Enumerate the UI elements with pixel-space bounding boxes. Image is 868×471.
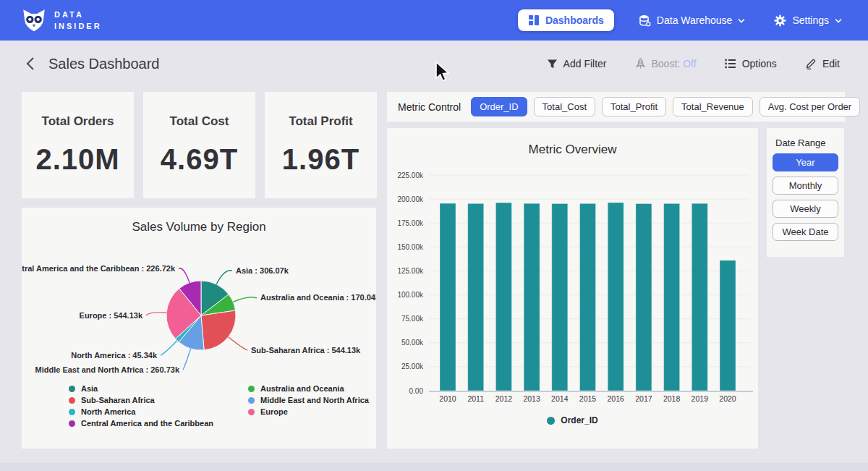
y-tick-label: 25.00k	[401, 362, 424, 370]
database-icon	[639, 14, 651, 27]
add-filter-label: Add Filter	[563, 58, 607, 69]
legend-item-middle-east-and-north-africa[interactable]: Middle East and North Africa	[248, 396, 369, 404]
x-tick-label: 2016	[608, 394, 625, 403]
kpi-value: 2.10M	[35, 143, 119, 176]
bar-2011[interactable]	[468, 203, 484, 391]
bar-2013[interactable]	[524, 203, 540, 391]
brand-logo: DATA INSIDER	[22, 8, 102, 33]
kpi-card-total-orders: Total Orders2.10M	[22, 92, 134, 198]
top-nav: DATA INSIDER Dashboards Data Warehouse	[0, 0, 868, 41]
bar-2010[interactable]	[440, 203, 456, 391]
bar-2019[interactable]	[692, 203, 707, 391]
edit-button[interactable]: Edit	[801, 57, 844, 70]
pie-label-line	[216, 271, 232, 284]
metric-chip-total-profit[interactable]: Total_Profit	[602, 97, 666, 116]
legend-dot	[69, 386, 75, 392]
footer-strip	[0, 462, 868, 471]
legend-item-sub-saharan-africa[interactable]: Sub-Saharan Africa	[69, 396, 213, 404]
pie-label-line	[233, 297, 257, 302]
bar-2014[interactable]	[552, 203, 568, 391]
kpi-label: Total Orders	[42, 114, 114, 129]
settings-menu[interactable]: Settings	[770, 14, 846, 27]
pie-slice-sub-saharan-africa[interactable]	[201, 310, 236, 350]
pie-slice-label: Asia : 306.07k	[236, 266, 289, 275]
y-tick-label: 200.00k	[397, 195, 424, 203]
pie-chart-legend: AsiaSub-Saharan AfricaNorth AmericaCentr…	[22, 384, 376, 428]
pie-slice-label: North America : 45.34k	[71, 351, 158, 360]
brand-name: DATA INSIDER	[54, 9, 102, 33]
x-tick-label: 2019	[692, 394, 709, 403]
boost-toggle[interactable]: Boost: Off	[631, 57, 701, 70]
date-range-monthly[interactable]: Monthly	[773, 177, 838, 195]
bar-2016[interactable]	[608, 203, 624, 391]
x-tick-label: 2015	[579, 394, 597, 403]
bar-chart-plot: 0.0025.00k50.00k75.00k100.00k125.00k150.…	[387, 157, 758, 412]
bar-2020[interactable]	[720, 260, 736, 391]
bar-chart-legend[interactable]: Order_ID	[387, 415, 758, 425]
legend-dot	[69, 420, 75, 427]
bar-2012[interactable]	[495, 203, 511, 391]
metric-chip-total-revenue[interactable]: Total_Revenue	[673, 97, 753, 116]
bar-chart-title: Metric Overview	[387, 128, 758, 157]
boost-value: Off	[683, 58, 696, 69]
metric-chip-total-cost[interactable]: Total_Cost	[534, 97, 595, 116]
date-range-year[interactable]: Year	[773, 153, 838, 171]
options-label: Options	[742, 58, 777, 69]
legend-dot	[69, 409, 75, 415]
legend-label: Sub-Saharan Africa	[81, 396, 155, 404]
legend-label: Europe	[260, 407, 288, 416]
legend-dot	[69, 397, 75, 404]
pencil-edit-icon	[805, 58, 817, 69]
kpi-label: Total Cost	[170, 114, 229, 129]
date-range-panel: Date Range YearMonthlyWeeklyWeek Date	[767, 128, 844, 257]
x-tick-label: 2012	[495, 394, 513, 403]
y-tick-label: 125.00k	[397, 267, 424, 275]
y-tick-label: 175.00k	[397, 219, 424, 227]
pie-label-line	[146, 313, 166, 315]
dashboards-grid-icon	[528, 14, 540, 26]
legend-label: Middle East and North Africa	[260, 396, 369, 404]
legend-dot	[547, 417, 555, 425]
metric-control-bar: Metric Control Order_IDTotal_CostTotal_P…	[387, 92, 845, 122]
kpi-value: 4.69T	[161, 143, 238, 176]
metric-chip-avg-cost-per-order[interactable]: Avg. Cost per Order	[760, 97, 860, 116]
legend-item-europe[interactable]: Europe	[248, 407, 369, 416]
filter-funnel-icon	[547, 59, 558, 69]
legend-dot	[248, 409, 255, 415]
settings-label: Settings	[792, 14, 829, 26]
kpi-card-total-profit: Total Profit1.96T	[265, 92, 377, 198]
legend-item-asia[interactable]: Asia	[69, 384, 213, 393]
legend-item-central-america-and-the-caribbean[interactable]: Central America and the Caribbean	[69, 419, 213, 428]
pie-slice-label: Central America and the Caribbean : 226.…	[22, 264, 176, 273]
legend-item-north-america[interactable]: North America	[69, 407, 213, 416]
page-header: Sales Dashboard Add Filter Boost: Off	[0, 41, 868, 87]
chevron-down-icon	[835, 18, 842, 23]
y-tick-label: 50.00k	[401, 339, 424, 347]
bar-2018[interactable]	[664, 203, 680, 391]
legend-item-australia-and-oceania[interactable]: Australia and Oceania	[248, 384, 369, 393]
pie-label-line	[179, 268, 190, 283]
kpi-card-total-cost: Total Cost4.69T	[143, 92, 255, 198]
legend-label: Australia and Oceania	[260, 384, 344, 393]
options-button[interactable]: Options	[720, 57, 781, 70]
metric-chip-order-id[interactable]: Order_ID	[471, 97, 527, 116]
legend-label: Order_ID	[561, 415, 597, 425]
kpi-value: 1.96T	[282, 143, 359, 176]
data-warehouse-menu[interactable]: Data Warehouse	[634, 14, 750, 27]
dashboards-button[interactable]: Dashboards	[518, 9, 614, 31]
chevron-down-icon	[738, 18, 745, 23]
x-tick-label: 2018	[663, 394, 681, 403]
date-range-week-date[interactable]: Week Date	[773, 223, 838, 241]
owl-logo-icon	[22, 8, 46, 33]
pie-slice-label: Australia and Oceania : 170.04k	[260, 293, 376, 302]
metric-chips: Order_IDTotal_CostTotal_ProfitTotal_Reve…	[471, 97, 860, 116]
date-range-weekly[interactable]: Weekly	[773, 200, 838, 218]
bar-2017[interactable]	[636, 203, 652, 391]
pie-slice-label: Middle East and North Africa : 260.73k	[35, 365, 180, 374]
back-button[interactable]	[24, 55, 36, 72]
bar-2015[interactable]	[580, 203, 596, 391]
chevron-left-icon	[25, 56, 35, 71]
pie-label-line	[161, 341, 177, 355]
y-tick-label: 150.00k	[397, 243, 424, 251]
add-filter-button[interactable]: Add Filter	[542, 57, 611, 70]
